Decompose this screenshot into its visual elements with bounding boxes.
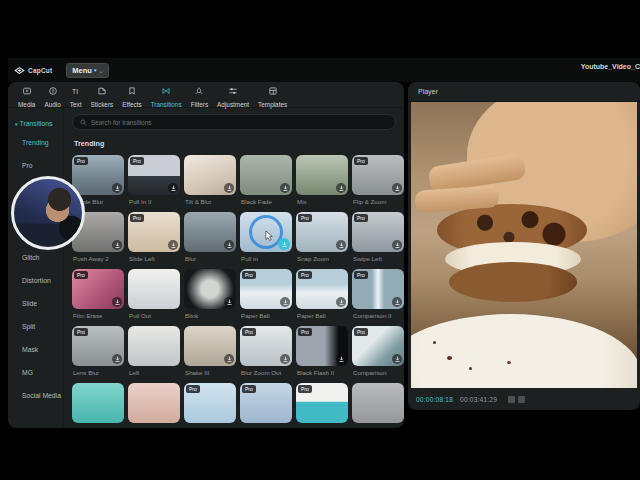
transition-tile-left[interactable]: Left [128,326,180,376]
download-icon[interactable] [392,354,402,364]
download-icon[interactable] [224,240,234,250]
menu-button[interactable]: Menu ▾ ⌄ [66,63,109,78]
transition-thumbnail[interactable]: Pro [352,269,404,309]
transition-thumbnail[interactable]: Pro [240,326,292,366]
transition-thumbnail[interactable] [240,155,292,195]
transition-thumbnail[interactable]: Pro [352,212,404,252]
transition-tile[interactable]: Pro [184,383,236,426]
transition-tile-pull-in[interactable]: Pull in [240,212,292,262]
transition-thumbnail[interactable]: Pro [296,269,348,309]
transition-thumbnail[interactable]: Pro [296,383,348,423]
transition-thumbnail[interactable] [352,383,404,423]
transition-thumbnail[interactable] [184,155,236,195]
fit-button[interactable] [508,396,515,403]
transition-tile-comparison[interactable]: ProComparison [352,326,404,376]
download-icon[interactable] [112,354,122,364]
search-input[interactable]: Search for transitions [72,114,396,130]
transition-thumbnail[interactable]: Pro [352,326,404,366]
download-icon[interactable] [112,297,122,307]
transition-tile-snap-zoom[interactable]: ProSnap Zoom [296,212,348,262]
transition-tile-blur-zoom-out[interactable]: ProBlur Zoom Out [240,326,292,376]
download-icon[interactable] [280,183,290,193]
sidebar-item-mg[interactable]: MG [8,361,63,384]
transition-tile-pull-out[interactable]: Pull Out [128,269,180,319]
transition-thumbnail[interactable] [72,383,124,423]
transition-thumbnail[interactable]: Pro [72,155,124,195]
transition-thumbnail[interactable]: Pro [240,383,292,423]
transition-thumbnail[interactable] [184,212,236,252]
download-icon[interactable] [336,183,346,193]
transition-thumbnail[interactable]: Pro [296,212,348,252]
download-icon[interactable] [392,183,402,193]
video-preview[interactable] [411,102,637,388]
tab-audio[interactable]: Audio [44,82,60,108]
sidebar-item-distortion[interactable]: Distortion [8,269,63,292]
transition-tile-slide-left[interactable]: ProSlide Left [128,212,180,262]
transition-thumbnail[interactable]: Pro [72,326,124,366]
sidebar-item-split[interactable]: Split [8,315,63,338]
transition-tile-blink[interactable]: Blink [184,269,236,319]
transition-tile[interactable]: Pro [240,383,292,426]
sidebar-item-mask[interactable]: Mask [8,338,63,361]
transition-thumbnail[interactable]: Pro [128,155,180,195]
transition-tile-shake-iii[interactable]: Shake III [184,326,236,376]
transition-tile-film-erase[interactable]: ProFilm Erase [72,269,124,319]
transition-tile-tilt-blur[interactable]: Tilt & Blur [184,155,236,205]
transition-tile-black-fade[interactable]: Black Fade [240,155,292,205]
fullscreen-button[interactable] [518,396,525,403]
sidebar-header-transitions[interactable]: ▾ Transitions [8,116,63,131]
transition-tile-black-flash-ii[interactable]: ProBlack Flash II [296,326,348,376]
tab-effects[interactable]: Effects [122,82,141,108]
transition-tile-blur[interactable]: Blur [184,212,236,262]
download-icon[interactable] [168,183,178,193]
transition-tile-lens-blur[interactable]: ProLens Blur [72,326,124,376]
sidebar-item-glitch[interactable]: Glitch [8,246,63,269]
transition-thumbnail[interactable]: Pro [240,269,292,309]
download-icon[interactable] [224,354,234,364]
download-icon[interactable] [224,183,234,193]
transition-tile[interactable] [72,383,124,426]
transition-thumbnail[interactable] [128,383,180,423]
download-icon[interactable] [336,240,346,250]
transition-thumbnail[interactable] [184,326,236,366]
tab-media[interactable]: Media [18,82,35,108]
transition-thumbnail[interactable]: Pro [128,212,180,252]
transition-thumbnail[interactable]: Pro [184,383,236,423]
transition-thumbnail[interactable]: Pro [352,155,404,195]
download-icon[interactable] [168,240,178,250]
transition-tile-paper-ball[interactable]: ProPaper Ball [240,269,292,319]
download-icon[interactable] [336,297,346,307]
transition-tile-pull-in-ii[interactable]: ProPull In II [128,155,180,205]
download-icon[interactable] [112,240,122,250]
transition-tile[interactable] [352,383,404,426]
sidebar-item-pro[interactable]: Pro [8,154,63,177]
transition-tile-flip-zoom[interactable]: ProFlip & Zoom [352,155,404,205]
sidebar-item-social-media[interactable]: Social Media [8,384,63,407]
transition-thumbnail[interactable]: Pro [296,326,348,366]
transition-thumbnail[interactable] [184,269,236,309]
tab-transitions[interactable]: Transitions [151,82,182,108]
transition-thumbnail[interactable] [128,269,180,309]
download-icon[interactable] [224,297,234,307]
sidebar-item-slide[interactable]: Slide [8,292,63,315]
transition-thumbnail[interactable]: Pro [72,269,124,309]
download-icon[interactable] [392,297,402,307]
transition-tile-comparison-ii[interactable]: ProComparison II [352,269,404,319]
transition-thumbnail[interactable] [240,212,292,252]
transition-tile-mix[interactable]: Mix [296,155,348,205]
transition-tile[interactable]: Pro [296,383,348,426]
transition-thumbnail[interactable] [296,155,348,195]
transition-thumbnail[interactable] [128,326,180,366]
download-icon[interactable] [336,354,346,364]
download-icon[interactable] [392,240,402,250]
download-icon[interactable] [278,238,290,250]
transition-tile[interactable] [128,383,180,426]
tab-text[interactable]: TIText [70,82,82,108]
transition-tile-paper-ball[interactable]: ProPaper Ball [296,269,348,319]
download-icon[interactable] [112,183,122,193]
tab-adjustment[interactable]: Adjustment [217,82,249,108]
tab-filters[interactable]: Filters [191,82,208,108]
transition-tile-swipe-left[interactable]: ProSwipe Left [352,212,404,262]
download-icon[interactable] [280,297,290,307]
tab-stickers[interactable]: Stickers [91,82,114,108]
